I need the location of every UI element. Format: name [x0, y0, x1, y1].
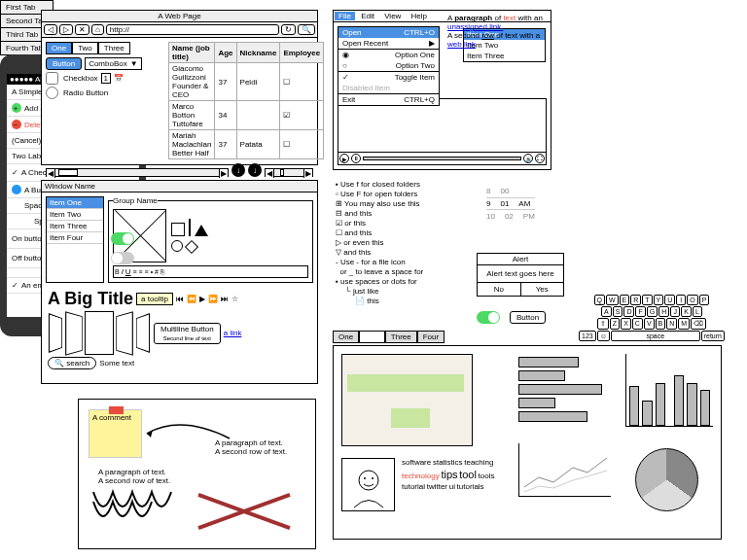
- list-item[interactable]: Item Four: [47, 232, 103, 244]
- tree-item[interactable]: ⊟ and this: [336, 209, 472, 219]
- key[interactable]: S: [613, 306, 623, 317]
- key[interactable]: D: [623, 306, 634, 317]
- th-nick[interactable]: Nickname: [236, 43, 280, 63]
- mi-recent[interactable]: Open Recent▶: [338, 38, 439, 49]
- key[interactable]: C: [632, 318, 643, 330]
- key[interactable]: Q: [594, 295, 605, 305]
- video-scrubber[interactable]: [363, 157, 521, 160]
- key[interactable]: W: [606, 295, 619, 305]
- space-key[interactable]: space: [611, 331, 700, 341]
- fullscreen-icon[interactable]: ⛶: [535, 154, 545, 163]
- key[interactable]: K: [681, 306, 692, 317]
- key[interactable]: A: [601, 306, 612, 317]
- menu-file[interactable]: File: [335, 12, 355, 20]
- rewind-icon[interactable]: ⏪: [187, 295, 196, 303]
- toggle-on[interactable]: [111, 232, 134, 245]
- pause-icon[interactable]: ⏸: [351, 154, 361, 163]
- numeric-stepper[interactable]: 1: [101, 73, 111, 84]
- alert-yes-button[interactable]: Yes: [521, 283, 564, 296]
- shift-key[interactable]: ⇧: [597, 318, 609, 330]
- forward-icon[interactable]: ⏩: [208, 295, 218, 303]
- mi-opt2[interactable]: ○ Option Two: [338, 60, 439, 71]
- key[interactable]: Z: [610, 318, 620, 330]
- forward-icon[interactable]: ▷: [59, 24, 73, 35]
- emoji-key[interactable]: ☺: [597, 331, 610, 341]
- generic-button[interactable]: Button: [510, 311, 546, 324]
- btab-2[interactable]: Two: [359, 331, 385, 343]
- key[interactable]: Y: [654, 295, 664, 305]
- search-field[interactable]: 🔍 search: [48, 357, 96, 369]
- tree-item[interactable]: ▪ use spaces or dots for: [336, 277, 472, 287]
- tab-one[interactable]: One: [46, 42, 72, 54]
- tree-item[interactable]: ▪ Use f for closed folders: [336, 180, 472, 190]
- menu-view[interactable]: View: [380, 12, 405, 20]
- key[interactable]: R: [630, 295, 641, 305]
- combobox[interactable]: ComboBox: [85, 57, 142, 70]
- return-key[interactable]: return: [701, 331, 725, 341]
- key[interactable]: H: [658, 306, 669, 317]
- go-icon[interactable]: ↻: [281, 24, 296, 35]
- list-item[interactable]: Item Three: [464, 51, 545, 61]
- sticky-note[interactable]: A comment: [89, 409, 142, 458]
- key[interactable]: O: [687, 295, 697, 305]
- key[interactable]: E: [620, 295, 630, 305]
- video-screen[interactable]: [338, 99, 546, 153]
- th-emp[interactable]: Employee: [280, 43, 324, 63]
- th-name[interactable]: Name (job title): [169, 43, 215, 63]
- list-item[interactable]: Item Three: [47, 221, 103, 232]
- h-scrollbar[interactable]: [46, 168, 229, 177]
- mi-toggle[interactable]: ✓ Toggle Item: [338, 72, 439, 83]
- btab-3[interactable]: Three: [385, 331, 417, 343]
- backspace-key[interactable]: ⌫: [691, 318, 706, 330]
- tree-item[interactable]: or _ to leave a space for: [336, 267, 472, 277]
- list-item[interactable]: Item Two: [47, 209, 103, 221]
- stop-icon[interactable]: ✕: [75, 24, 89, 35]
- tree-item[interactable]: 📄 this: [336, 297, 472, 306]
- mi-opt1[interactable]: ◉ Option One: [338, 50, 439, 60]
- checkbox[interactable]: [46, 72, 58, 85]
- key[interactable]: V: [644, 318, 655, 330]
- tree-item[interactable]: ▫ Use F for open folders: [336, 190, 472, 199]
- key[interactable]: G: [647, 306, 658, 317]
- download-icon-2[interactable]: ↓: [248, 163, 262, 177]
- mi-exit[interactable]: ExitCTRL+Q: [338, 94, 439, 105]
- key[interactable]: X: [621, 318, 631, 330]
- key[interactable]: P: [699, 295, 710, 305]
- numbers-key[interactable]: 123: [579, 331, 596, 341]
- tab-two[interactable]: Two: [72, 42, 98, 54]
- th-age[interactable]: Age: [215, 43, 236, 63]
- primary-button[interactable]: Button: [46, 57, 82, 70]
- play-icon[interactable]: ▶: [199, 295, 205, 303]
- menu-edit[interactable]: Edit: [357, 12, 378, 20]
- menu-help[interactable]: Help: [408, 12, 431, 20]
- multiline-button[interactable]: Multiline Button Second line of text: [154, 323, 221, 344]
- tree-item[interactable]: └ just like: [336, 287, 472, 297]
- tree-item[interactable]: ▷ or even this: [336, 238, 472, 248]
- volume-icon[interactable]: 🔊: [523, 154, 533, 163]
- key[interactable]: B: [656, 318, 666, 330]
- tree-item[interactable]: ☐ and this: [336, 228, 472, 238]
- key[interactable]: F: [635, 306, 645, 317]
- tree-item[interactable]: - Use - for a file icon: [336, 258, 472, 267]
- map-widget[interactable]: [341, 354, 473, 446]
- link[interactable]: a link: [224, 329, 242, 337]
- prev-icon[interactable]: ⏮: [176, 295, 184, 303]
- key[interactable]: I: [676, 295, 686, 305]
- tree-item[interactable]: ▽ and this: [336, 248, 472, 258]
- tab-three[interactable]: Three: [98, 42, 130, 54]
- listbox[interactable]: Item One Item Two Item Three Item Four: [46, 196, 104, 283]
- radio[interactable]: [46, 87, 58, 99]
- key[interactable]: U: [664, 295, 675, 305]
- list-item[interactable]: Item One: [47, 197, 103, 209]
- calendar-icon[interactable]: 📅: [114, 74, 124, 83]
- btab-1[interactable]: One: [333, 331, 359, 343]
- star-icon[interactable]: ☆: [231, 295, 238, 303]
- tree-item[interactable]: ☑ or this: [336, 219, 472, 228]
- mi-open[interactable]: OpenCTRL+O: [338, 27, 439, 38]
- url-field[interactable]: http://: [106, 24, 279, 35]
- next-icon[interactable]: ⏭: [221, 295, 229, 303]
- toggle-switch[interactable]: [477, 311, 500, 324]
- coverflow[interactable]: [48, 311, 151, 355]
- slider[interactable]: [265, 168, 313, 177]
- home-icon[interactable]: ⌂: [91, 24, 104, 35]
